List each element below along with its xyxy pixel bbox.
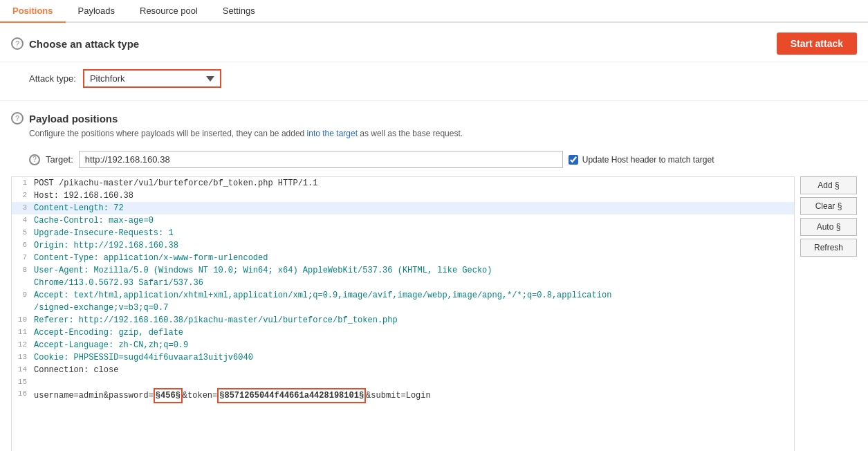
add-button[interactable]: Add § xyxy=(800,176,857,194)
attack-type-section-header: ? Choose an attack type Start attack xyxy=(0,23,868,62)
positions-title: Payload positions xyxy=(29,113,118,125)
line-content: Accept-Language: zh-CN,zh;q=0.9 xyxy=(34,339,188,351)
line-number: 9 xyxy=(15,289,34,314)
line-number: 14 xyxy=(15,364,34,376)
into-target-link[interactable]: into the target xyxy=(307,129,358,138)
line-number: 6 xyxy=(15,239,34,252)
line-number: 15 xyxy=(15,376,34,388)
line-number: 4 xyxy=(15,214,34,227)
tab-positions[interactable]: Positions xyxy=(0,0,66,23)
line-content: Cache-Control: max-age=0 xyxy=(34,214,154,227)
request-line: 2Host: 192.168.160.38 xyxy=(12,190,794,202)
right-buttons-panel: Add § Clear § Auto § Refresh xyxy=(795,176,857,451)
refresh-button[interactable]: Refresh xyxy=(800,239,857,257)
line-content: Content-Type: application/x-www-form-url… xyxy=(34,252,268,264)
request-line: 15 xyxy=(12,376,794,388)
request-line: 6Origin: http://192.168.160.38 xyxy=(12,239,794,252)
line-number: 12 xyxy=(15,339,34,351)
request-line: 14Connection: close xyxy=(12,364,794,376)
tab-settings[interactable]: Settings xyxy=(210,0,268,23)
line-content: username=admin&password=§456§&token=§857… xyxy=(34,388,431,403)
target-row: ? Target: Update Host header to match ta… xyxy=(11,145,857,174)
line-content: Referer: http://192.168.160.38/pikachu-m… xyxy=(34,314,398,326)
line-content: Origin: http://192.168.160.38 xyxy=(34,239,178,252)
line-content: Upgrade-Insecure-Requests: 1 xyxy=(34,227,174,239)
request-line: 10Referer: http://192.168.160.38/pikachu… xyxy=(12,314,794,326)
update-host-area: Update Host header to match target xyxy=(569,155,714,165)
request-line: 7Content-Type: application/x-www-form-ur… xyxy=(12,252,794,264)
line-content: Host: 192.168.160.38 xyxy=(34,190,133,202)
start-attack-button[interactable]: Start attack xyxy=(777,33,857,55)
line-content: User-Agent: Mozilla/5.0 (Windows NT 10.0… xyxy=(34,264,492,289)
line-content: Connection: close xyxy=(34,364,118,376)
target-label: Target: xyxy=(46,154,73,165)
attack-type-label: Attack type: xyxy=(29,73,76,84)
attack-type-select[interactable]: Sniper Battering ram Pitchfork Cluster b… xyxy=(83,69,221,88)
request-line: 8User-Agent: Mozilla/5.0 (Windows NT 10.… xyxy=(12,264,794,289)
positions-section: ? Payload positions Configure the positi… xyxy=(0,104,868,451)
attack-type-help-icon[interactable]: ? xyxy=(11,37,24,50)
line-content: Accept-Encoding: gzip, deflate xyxy=(34,326,183,339)
line-number: 7 xyxy=(15,252,34,264)
positions-description: Configure the positions where payloads w… xyxy=(11,129,857,145)
update-host-checkbox[interactable] xyxy=(569,155,578,165)
line-content: Cookie: PHPSESSID=sugd44if6uvaara13uitjv… xyxy=(34,351,253,364)
attack-type-row: Attack type: Sniper Battering ram Pitchf… xyxy=(0,62,868,98)
line-number: 10 xyxy=(15,314,34,326)
payload-marker-1: §456§ xyxy=(154,388,183,403)
target-input[interactable] xyxy=(79,151,563,168)
line-content: Content-Length: 72 xyxy=(34,202,124,214)
request-area-wrapper: 1POST /pikachu-master/vul/burteforce/bf_… xyxy=(11,176,857,451)
request-line: 3Content-Length: 72 xyxy=(12,202,794,214)
line-number: 1 xyxy=(15,177,34,190)
attack-type-title: Choose an attack type xyxy=(29,38,139,50)
request-line: 11Accept-Encoding: gzip, deflate xyxy=(12,326,794,339)
positions-header: ? Payload positions xyxy=(11,104,857,129)
line-number: 3 xyxy=(15,202,34,214)
line-number: 11 xyxy=(15,326,34,339)
request-line: 12Accept-Language: zh-CN,zh;q=0.9 xyxy=(12,339,794,351)
request-editor[interactable]: 1POST /pikachu-master/vul/burteforce/bf_… xyxy=(11,176,795,451)
target-help-icon[interactable]: ? xyxy=(29,154,40,165)
request-line: 16username=admin&password=§456§&token=§8… xyxy=(12,388,794,403)
line-number: 8 xyxy=(15,264,34,289)
nav-tabs: Positions Payloads Resource pool Setting… xyxy=(0,0,868,23)
request-line: 1POST /pikachu-master/vul/burteforce/bf_… xyxy=(12,177,794,190)
line-number: 2 xyxy=(15,190,34,202)
line-number: 5 xyxy=(15,227,34,239)
request-line: 13Cookie: PHPSESSID=sugd44if6uvaara13uit… xyxy=(12,351,794,364)
line-number: 13 xyxy=(15,351,34,364)
positions-help-icon[interactable]: ? xyxy=(11,112,24,125)
request-line: 5Upgrade-Insecure-Requests: 1 xyxy=(12,227,794,239)
payload-marker-2: §8571265044f44661a4428198101§ xyxy=(217,388,366,403)
line-content: Accept: text/html,application/xhtml+xml,… xyxy=(34,289,611,314)
main-content: ? Choose an attack type Start attack Att… xyxy=(0,23,868,451)
tab-payloads[interactable]: Payloads xyxy=(66,0,127,23)
update-host-label: Update Host header to match target xyxy=(582,155,714,165)
request-line: 9Accept: text/html,application/xhtml+xml… xyxy=(12,289,794,314)
line-content: POST /pikachu-master/vul/burteforce/bf_t… xyxy=(34,177,317,190)
auto-button[interactable]: Auto § xyxy=(800,218,857,236)
tab-resource-pool[interactable]: Resource pool xyxy=(127,0,210,23)
clear-button[interactable]: Clear § xyxy=(800,197,857,215)
line-number: 16 xyxy=(15,388,34,403)
request-line: 4Cache-Control: max-age=0 xyxy=(12,214,794,227)
